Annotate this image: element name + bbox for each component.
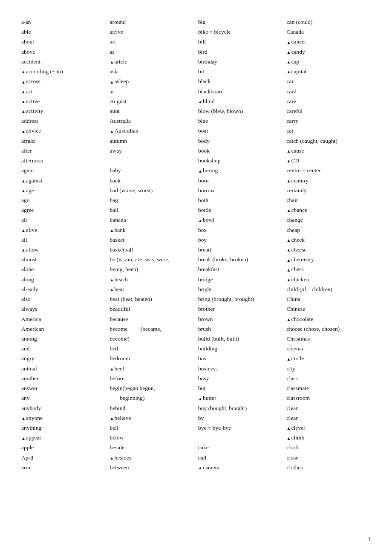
word-item: but — [198, 383, 282, 393]
word-item: ▲across — [21, 76, 106, 86]
triangle-icon: ▲ — [21, 90, 26, 94]
word-item: boy — [198, 235, 282, 245]
word-item: angry — [21, 353, 106, 363]
word-item: ▲act — [21, 87, 106, 96]
triangle-icon: ▲ — [21, 248, 26, 252]
word-item: city — [287, 364, 371, 373]
triangle-icon: ▲ — [21, 179, 26, 183]
word-item: car — [287, 76, 371, 86]
word-item: borrow — [198, 185, 282, 195]
word-item: back — [110, 176, 194, 185]
word-item: arrive — [110, 27, 194, 37]
word-item: ▲chocolate — [287, 314, 371, 324]
word-item: anybody — [21, 403, 106, 413]
triangle-icon: ▲ — [110, 129, 114, 134]
word-item: buy (bought, bought) — [198, 403, 282, 413]
triangle-icon: ▲ — [198, 99, 202, 104]
page-number: 1 — [368, 535, 371, 542]
triangle-icon: ▲ — [287, 50, 291, 55]
word-item: ▲blind — [198, 96, 282, 106]
word-item: ▲asleep — [110, 76, 194, 86]
word-item: ▲CD — [287, 156, 371, 165]
word-item: brush — [198, 324, 282, 334]
word-item: book — [198, 146, 282, 156]
triangle-icon: ▲ — [287, 208, 291, 213]
word-item: accident — [21, 57, 106, 66]
triangle-icon: ▲ — [287, 69, 291, 74]
word-item: ▲besides — [110, 453, 194, 462]
word-item — [198, 433, 282, 442]
word-item: after — [21, 146, 106, 156]
word-item: chair — [287, 195, 371, 205]
word-item: ▲alive — [21, 225, 106, 235]
word-item: ▲bank — [110, 225, 194, 235]
word-item: cake — [198, 442, 282, 452]
word-item: as — [110, 47, 194, 57]
word-item: alone — [21, 264, 106, 274]
word-item: bill — [198, 37, 282, 46]
word-item: ▲clever — [287, 423, 371, 433]
word-item: build (built, built) — [198, 334, 282, 344]
word-item: basketball — [110, 245, 194, 254]
word-item: ▲climb — [287, 433, 371, 442]
word-item: body — [198, 136, 282, 146]
word-item: below — [110, 433, 194, 442]
column-1: a/anableaboutaboveaccident▲according (~ … — [21, 17, 106, 472]
word-item: big — [198, 17, 282, 27]
column-3: bigbike = bicyclebillbirdbirthdaybitblac… — [198, 17, 282, 472]
word-item: centre = center — [287, 165, 371, 175]
word-item: bike = bicycle — [198, 27, 282, 37]
triangle-icon: ▲ — [21, 228, 26, 233]
word-item: ▲anyone — [21, 413, 106, 423]
word-item: choose (chose, chosen) — [287, 324, 371, 334]
word-item: another — [21, 373, 106, 383]
triangle-icon: ▲ — [287, 258, 291, 263]
word-item: all — [21, 235, 106, 245]
word-item: afraid — [21, 136, 106, 146]
triangle-icon: ▲ — [21, 99, 26, 104]
word-item: ago — [21, 195, 106, 205]
word-item: beat (beat, beaten) — [110, 294, 194, 304]
word-item: ▲chance — [287, 205, 371, 215]
word-item: art — [110, 37, 194, 46]
word-item: at — [110, 87, 194, 96]
column-4: can (could)Canada▲cancer▲candy▲cap▲capit… — [287, 17, 371, 472]
word-item: America — [21, 314, 106, 324]
word-item: birthday — [198, 57, 282, 66]
word-item: ▲cheese — [287, 245, 371, 254]
word-item: because — [110, 314, 194, 324]
word-item: care — [287, 96, 371, 106]
triangle-icon: ▲ — [287, 159, 291, 163]
word-item: certainly — [287, 185, 371, 195]
word-item: bye = bye-bye — [198, 423, 282, 433]
word-item: before — [110, 373, 194, 383]
word-item: breakfast — [198, 264, 282, 274]
triangle-icon: ▲ — [287, 317, 291, 322]
triangle-icon: ▲ — [21, 80, 26, 84]
word-item: beautiful — [110, 304, 194, 314]
triangle-icon: ▲ — [21, 188, 26, 193]
word-item: bus — [198, 353, 282, 363]
word-list: a/anableaboutaboveaccident▲according (~ … — [21, 17, 371, 472]
word-item: aunt — [110, 106, 194, 116]
word-item: bottle — [198, 205, 282, 215]
word-item: ▲camera — [198, 462, 282, 472]
word-item: bag — [110, 195, 194, 205]
word-item: change — [287, 215, 371, 225]
triangle-icon: ▲ — [287, 436, 291, 441]
word-item: Chinese — [287, 304, 371, 314]
triangle-icon: ▲ — [110, 456, 114, 460]
word-item: ▲butter — [198, 393, 282, 403]
word-item: ▲appear — [21, 433, 106, 442]
triangle-icon: ▲ — [287, 357, 291, 361]
word-item: blue — [198, 116, 282, 126]
word-item: between — [110, 462, 194, 472]
word-item: already — [21, 284, 106, 294]
word-item: again — [21, 165, 106, 175]
word-item: catch (caught, caught) — [287, 136, 371, 146]
word-item: become (became, — [110, 324, 194, 334]
word-item: boat — [198, 126, 282, 136]
word-item: bed — [110, 344, 194, 353]
word-item: card — [287, 87, 371, 96]
word-item: bridge — [198, 275, 282, 284]
